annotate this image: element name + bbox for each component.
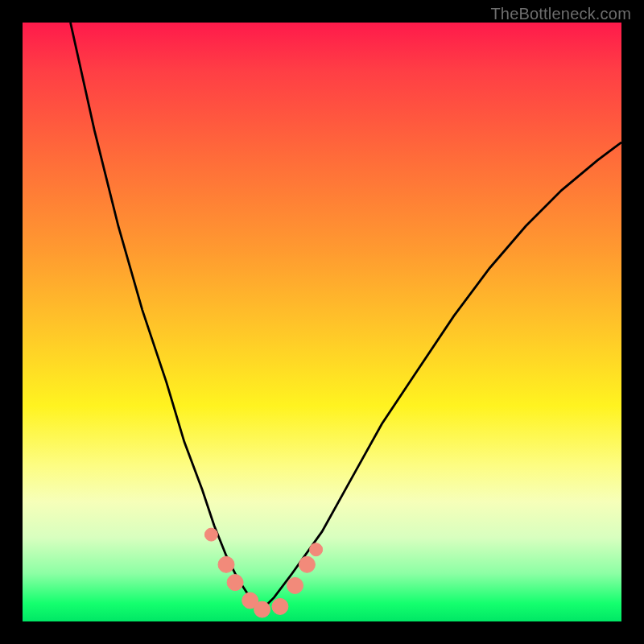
- chart-curve: [71, 23, 622, 609]
- chart-marker: [218, 556, 234, 572]
- chart-plot-area: [23, 23, 621, 621]
- chart-marker: [287, 577, 303, 593]
- chart-marker: [227, 575, 243, 591]
- watermark-text: TheBottleneck.com: [490, 5, 631, 23]
- chart-marker: [254, 601, 270, 617]
- chart-markers: [204, 528, 322, 617]
- chart-marker: [204, 528, 217, 541]
- chart-marker: [310, 543, 323, 556]
- chart-marker: [299, 556, 315, 572]
- chart-svg: [23, 23, 621, 621]
- chart-marker: [272, 598, 288, 614]
